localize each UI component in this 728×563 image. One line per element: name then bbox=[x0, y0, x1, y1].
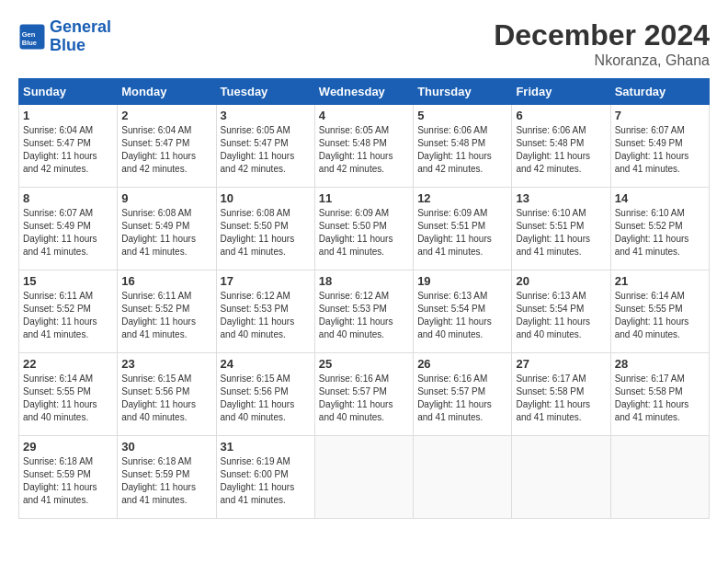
calendar-cell: 26 Sunrise: 6:16 AM Sunset: 5:57 PM Dayl… bbox=[414, 353, 512, 436]
day-info: Sunrise: 6:18 AM Sunset: 5:59 PM Dayligh… bbox=[121, 455, 211, 507]
calendar-cell: 27 Sunrise: 6:17 AM Sunset: 5:58 PM Dayl… bbox=[512, 353, 610, 436]
header-sunday: Sunday bbox=[19, 79, 118, 105]
calendar-week-1: 1 Sunrise: 6:04 AM Sunset: 5:47 PM Dayli… bbox=[19, 105, 710, 188]
day-number: 16 bbox=[121, 274, 211, 288]
day-info: Sunrise: 6:10 AM Sunset: 5:51 PM Dayligh… bbox=[516, 207, 606, 259]
calendar-cell: 31 Sunrise: 6:19 AM Sunset: 6:00 PM Dayl… bbox=[216, 436, 314, 519]
calendar-table: Sunday Monday Tuesday Wednesday Thursday… bbox=[18, 78, 710, 519]
calendar-cell: 12 Sunrise: 6:09 AM Sunset: 5:51 PM Dayl… bbox=[414, 188, 512, 270]
day-number: 15 bbox=[23, 274, 113, 288]
day-info: Sunrise: 6:08 AM Sunset: 5:49 PM Dayligh… bbox=[121, 207, 211, 259]
calendar-cell: 14 Sunrise: 6:10 AM Sunset: 5:52 PM Dayl… bbox=[610, 188, 709, 270]
day-info: Sunrise: 6:14 AM Sunset: 5:55 PM Dayligh… bbox=[615, 290, 705, 341]
calendar-cell: 6 Sunrise: 6:06 AM Sunset: 5:48 PM Dayli… bbox=[512, 105, 610, 188]
calendar-cell: 15 Sunrise: 6:11 AM Sunset: 5:52 PM Dayl… bbox=[19, 270, 118, 353]
day-info: Sunrise: 6:14 AM Sunset: 5:55 PM Dayligh… bbox=[23, 373, 113, 424]
day-number: 6 bbox=[516, 109, 606, 122]
day-info: Sunrise: 6:12 AM Sunset: 5:53 PM Dayligh… bbox=[221, 290, 311, 341]
calendar-cell: 22 Sunrise: 6:14 AM Sunset: 5:55 PM Dayl… bbox=[19, 353, 118, 436]
day-info: Sunrise: 6:17 AM Sunset: 5:58 PM Dayligh… bbox=[516, 373, 606, 424]
calendar-cell bbox=[610, 436, 709, 519]
day-number: 12 bbox=[417, 191, 507, 205]
day-info: Sunrise: 6:09 AM Sunset: 5:51 PM Dayligh… bbox=[417, 207, 507, 259]
day-number: 27 bbox=[516, 357, 606, 371]
header-monday: Monday bbox=[118, 79, 216, 105]
day-info: Sunrise: 6:17 AM Sunset: 5:58 PM Dayligh… bbox=[615, 373, 705, 424]
day-number: 23 bbox=[121, 357, 211, 371]
day-info: Sunrise: 6:16 AM Sunset: 5:57 PM Dayligh… bbox=[319, 373, 409, 424]
calendar-header-row: Sunday Monday Tuesday Wednesday Thursday… bbox=[19, 79, 710, 105]
day-number: 2 bbox=[121, 109, 211, 122]
logo-text: General bbox=[50, 18, 111, 37]
day-number: 18 bbox=[319, 274, 409, 288]
calendar-cell bbox=[314, 436, 413, 519]
header-tuesday: Tuesday bbox=[216, 79, 314, 105]
day-number: 8 bbox=[23, 191, 113, 205]
calendar-cell: 4 Sunrise: 6:05 AM Sunset: 5:48 PM Dayli… bbox=[314, 105, 413, 188]
day-number: 1 bbox=[23, 109, 113, 122]
calendar-cell: 25 Sunrise: 6:16 AM Sunset: 5:57 PM Dayl… bbox=[314, 353, 413, 436]
calendar-cell bbox=[414, 436, 512, 519]
calendar-cell: 21 Sunrise: 6:14 AM Sunset: 5:55 PM Dayl… bbox=[610, 270, 709, 353]
day-number: 25 bbox=[319, 357, 409, 371]
calendar-week-2: 8 Sunrise: 6:07 AM Sunset: 5:49 PM Dayli… bbox=[19, 188, 710, 270]
header-friday: Friday bbox=[512, 79, 610, 105]
calendar-cell: 1 Sunrise: 6:04 AM Sunset: 5:47 PM Dayli… bbox=[19, 105, 118, 188]
calendar-cell: 20 Sunrise: 6:13 AM Sunset: 5:54 PM Dayl… bbox=[512, 270, 610, 353]
day-info: Sunrise: 6:15 AM Sunset: 5:56 PM Dayligh… bbox=[121, 373, 211, 424]
logo-icon: Gen Blue bbox=[18, 23, 46, 51]
day-info: Sunrise: 6:13 AM Sunset: 5:54 PM Dayligh… bbox=[516, 290, 606, 341]
calendar-cell: 5 Sunrise: 6:06 AM Sunset: 5:48 PM Dayli… bbox=[414, 105, 512, 188]
day-info: Sunrise: 6:05 AM Sunset: 5:48 PM Dayligh… bbox=[319, 124, 409, 176]
day-number: 29 bbox=[23, 440, 113, 454]
page-header: Gen Blue General Blue December 2024 Nkor… bbox=[18, 18, 710, 69]
calendar-cell: 28 Sunrise: 6:17 AM Sunset: 5:58 PM Dayl… bbox=[610, 353, 709, 436]
svg-text:Blue: Blue bbox=[22, 39, 37, 47]
logo-subtext: Blue bbox=[50, 37, 111, 55]
day-number: 7 bbox=[615, 109, 705, 122]
day-number: 31 bbox=[221, 440, 311, 454]
day-info: Sunrise: 6:18 AM Sunset: 5:59 PM Dayligh… bbox=[23, 455, 113, 507]
calendar-cell: 2 Sunrise: 6:04 AM Sunset: 5:47 PM Dayli… bbox=[118, 105, 216, 188]
calendar-cell bbox=[512, 436, 610, 519]
day-info: Sunrise: 6:07 AM Sunset: 5:49 PM Dayligh… bbox=[615, 124, 705, 176]
day-info: Sunrise: 6:06 AM Sunset: 5:48 PM Dayligh… bbox=[516, 124, 606, 176]
day-info: Sunrise: 6:09 AM Sunset: 5:50 PM Dayligh… bbox=[319, 207, 409, 259]
calendar-week-3: 15 Sunrise: 6:11 AM Sunset: 5:52 PM Dayl… bbox=[19, 270, 710, 353]
day-number: 14 bbox=[615, 191, 705, 205]
day-info: Sunrise: 6:19 AM Sunset: 6:00 PM Dayligh… bbox=[221, 455, 311, 507]
day-info: Sunrise: 6:07 AM Sunset: 5:49 PM Dayligh… bbox=[23, 207, 113, 259]
calendar-cell: 11 Sunrise: 6:09 AM Sunset: 5:50 PM Dayl… bbox=[314, 188, 413, 270]
day-info: Sunrise: 6:08 AM Sunset: 5:50 PM Dayligh… bbox=[221, 207, 311, 259]
title-block: December 2024 Nkoranza, Ghana bbox=[494, 18, 710, 69]
calendar-cell: 30 Sunrise: 6:18 AM Sunset: 5:59 PM Dayl… bbox=[118, 436, 216, 519]
calendar-cell: 16 Sunrise: 6:11 AM Sunset: 5:52 PM Dayl… bbox=[118, 270, 216, 353]
day-number: 13 bbox=[516, 191, 606, 205]
day-info: Sunrise: 6:04 AM Sunset: 5:47 PM Dayligh… bbox=[23, 124, 113, 176]
logo: Gen Blue General Blue bbox=[18, 18, 111, 55]
day-info: Sunrise: 6:11 AM Sunset: 5:52 PM Dayligh… bbox=[23, 290, 113, 341]
day-info: Sunrise: 6:11 AM Sunset: 5:52 PM Dayligh… bbox=[121, 290, 211, 341]
calendar-cell: 19 Sunrise: 6:13 AM Sunset: 5:54 PM Dayl… bbox=[414, 270, 512, 353]
day-number: 28 bbox=[615, 357, 705, 371]
svg-text:Gen: Gen bbox=[22, 30, 36, 39]
calendar-cell: 29 Sunrise: 6:18 AM Sunset: 5:59 PM Dayl… bbox=[19, 436, 118, 519]
calendar-cell: 7 Sunrise: 6:07 AM Sunset: 5:49 PM Dayli… bbox=[610, 105, 709, 188]
header-thursday: Thursday bbox=[414, 79, 512, 105]
calendar-cell: 3 Sunrise: 6:05 AM Sunset: 5:47 PM Dayli… bbox=[216, 105, 314, 188]
calendar-cell: 9 Sunrise: 6:08 AM Sunset: 5:49 PM Dayli… bbox=[118, 188, 216, 270]
day-number: 4 bbox=[319, 109, 409, 122]
day-info: Sunrise: 6:12 AM Sunset: 5:53 PM Dayligh… bbox=[319, 290, 409, 341]
calendar-cell: 17 Sunrise: 6:12 AM Sunset: 5:53 PM Dayl… bbox=[216, 270, 314, 353]
calendar-week-5: 29 Sunrise: 6:18 AM Sunset: 5:59 PM Dayl… bbox=[19, 436, 710, 519]
day-info: Sunrise: 6:05 AM Sunset: 5:47 PM Dayligh… bbox=[221, 124, 311, 176]
day-info: Sunrise: 6:13 AM Sunset: 5:54 PM Dayligh… bbox=[417, 290, 507, 341]
day-number: 17 bbox=[221, 274, 311, 288]
calendar-cell: 13 Sunrise: 6:10 AM Sunset: 5:51 PM Dayl… bbox=[512, 188, 610, 270]
day-info: Sunrise: 6:15 AM Sunset: 5:56 PM Dayligh… bbox=[221, 373, 311, 424]
day-number: 24 bbox=[221, 357, 311, 371]
day-info: Sunrise: 6:16 AM Sunset: 5:57 PM Dayligh… bbox=[417, 373, 507, 424]
day-number: 30 bbox=[121, 440, 211, 454]
calendar-week-4: 22 Sunrise: 6:14 AM Sunset: 5:55 PM Dayl… bbox=[19, 353, 710, 436]
day-info: Sunrise: 6:10 AM Sunset: 5:52 PM Dayligh… bbox=[615, 207, 705, 259]
